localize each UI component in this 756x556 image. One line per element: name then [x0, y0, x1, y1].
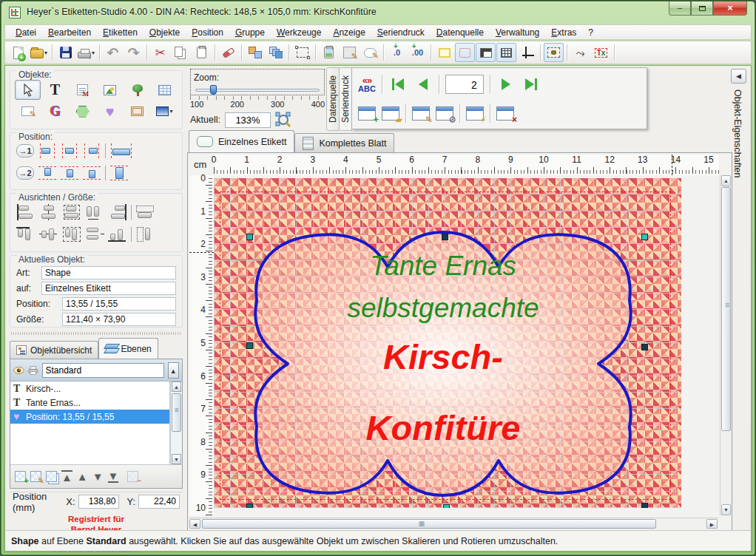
- layer-list-item[interactable]: TTante Ernas...: [10, 396, 169, 410]
- align-bottom-edge-button[interactable]: [83, 166, 101, 180]
- first-record-button[interactable]: [388, 75, 408, 94]
- move-to-bottom-button[interactable]: ▼: [108, 470, 119, 483]
- minimize-button[interactable]: –: [669, 1, 691, 16]
- tool-frame[interactable]: [124, 101, 150, 121]
- menu-item-objekte[interactable]: Objekte: [144, 26, 186, 39]
- equal-width-button[interactable]: [85, 204, 104, 220]
- new-datasource-button[interactable]: +: [358, 106, 376, 121]
- decimal-precision-1-button[interactable]: .0: [387, 43, 407, 62]
- close-button[interactable]: ×: [713, 1, 747, 16]
- expand-properties-button[interactable]: ◀: [731, 69, 746, 84]
- layer-name-input[interactable]: [42, 363, 164, 378]
- tool-polygon[interactable]: [70, 101, 95, 121]
- selection-handle-top-right[interactable]: [641, 234, 648, 240]
- selection-handle-bottom-left[interactable]: [246, 504, 253, 508]
- zoom-value-field[interactable]: 133%: [225, 112, 271, 128]
- tab-objektuebersicht[interactable]: Objektübersicht: [10, 341, 98, 359]
- move-up-button[interactable]: ▲: [77, 471, 88, 482]
- new-document-button[interactable]: +: [8, 43, 28, 62]
- align-top-edge-button[interactable]: [38, 166, 56, 180]
- menu-item-?[interactable]: ?: [582, 26, 599, 39]
- tool-image[interactable]: [97, 80, 123, 100]
- datasource-settings-button[interactable]: ⚙: [436, 106, 453, 121]
- align-objects-left-button[interactable]: [16, 204, 36, 220]
- align-objects-center-h-button[interactable]: [39, 204, 58, 220]
- scroll-thumb[interactable]: [172, 393, 181, 432]
- tool-wordart[interactable]: G: [42, 101, 68, 121]
- equal-spacing-button[interactable]: [85, 226, 104, 243]
- art-value[interactable]: Shape: [41, 266, 176, 279]
- edit-properties-button[interactable]: [340, 43, 360, 62]
- selection-handle-top-center[interactable]: [442, 234, 448, 240]
- tool-select[interactable]: [15, 80, 41, 100]
- stretch-v-button[interactable]: [110, 166, 128, 180]
- redo-button[interactable]: ↷: [124, 43, 144, 62]
- align-objects-middle-button[interactable]: [39, 226, 58, 243]
- layer-visible-icon[interactable]: [13, 365, 24, 376]
- copy-button[interactable]: [171, 43, 191, 62]
- undo-button[interactable]: ↶: [103, 43, 123, 62]
- scroll-right-arrow[interactable]: ▶: [706, 519, 718, 529]
- scroll-up-icon[interactable]: ▲: [172, 382, 181, 392]
- tool-clipart[interactable]: [124, 80, 150, 100]
- distribute-v-button[interactable]: [62, 226, 81, 243]
- groesse-value[interactable]: 121,40 × 73,90: [62, 313, 176, 326]
- tab-datenquelle[interactable]: Datenquelle: [326, 67, 340, 131]
- fit-height-button[interactable]: [135, 226, 155, 243]
- zoom-fit-icon[interactable]: [275, 112, 291, 128]
- move-to-top-button[interactable]: ▲: [61, 470, 72, 483]
- label-text-line1[interactable]: Tante Ernas: [249, 251, 637, 282]
- align-objects-right-button[interactable]: [108, 204, 127, 220]
- align-left-edge-button[interactable]: [38, 143, 56, 158]
- tool-table[interactable]: [152, 80, 178, 100]
- tab-einzelnes-etikett[interactable]: Einzelnes Etikett: [189, 130, 294, 152]
- paste-button[interactable]: [192, 43, 212, 62]
- layer-print-icon[interactable]: [28, 365, 38, 376]
- label-text-line3[interactable]: Kirsch-: [249, 336, 637, 377]
- arrange-forward-button[interactable]: [266, 43, 286, 62]
- menu-item-extras[interactable]: Extras: [545, 26, 582, 39]
- fit-width-button[interactable]: [135, 204, 155, 220]
- curve-tool-button[interactable]: ⤳: [570, 43, 590, 62]
- background-color-button[interactable]: [434, 43, 454, 62]
- menu-item-datenquelle[interactable]: Datenquelle: [431, 26, 490, 39]
- menu-item-verwaltung[interactable]: Verwaltung: [490, 26, 545, 39]
- edit-note-button[interactable]: [360, 43, 380, 62]
- maximize-button[interactable]: [691, 1, 713, 16]
- save-button[interactable]: [55, 43, 75, 62]
- y-value-field[interactable]: 22,40: [138, 495, 180, 509]
- image-snap-frame-button[interactable]: [544, 43, 564, 62]
- decimal-precision-2-button[interactable]: .00: [408, 43, 428, 62]
- label-text-line2[interactable]: selbstgemachte: [249, 293, 637, 324]
- selection-handle-bottom-right[interactable]: [641, 503, 648, 508]
- layer-list-item[interactable]: ♥Position: 13,55 / 15,55: [10, 410, 169, 424]
- tab-ebenen[interactable]: Ebenen: [98, 338, 158, 359]
- align-objects-top-button[interactable]: [16, 226, 36, 243]
- menu-item-gruppe[interactable]: Gruppe: [229, 26, 271, 39]
- selection-handle-middle-left[interactable]: [246, 342, 253, 349]
- label-border-toggle[interactable]: [455, 43, 475, 62]
- cut-button[interactable]: ✂: [150, 43, 170, 62]
- selection-handle-middle-right[interactable]: [641, 344, 648, 350]
- menu-item-anzeige[interactable]: Anzeige: [327, 26, 371, 39]
- edit-datasource-button[interactable]: ✎: [412, 106, 430, 121]
- arrange-backward-button[interactable]: [245, 43, 265, 62]
- menu-item-etiketten[interactable]: Etiketten: [97, 26, 144, 39]
- align-center-h-button[interactable]: [61, 143, 78, 158]
- menu-item-datei[interactable]: Datei: [10, 26, 42, 39]
- align-middle-v-button[interactable]: [61, 166, 78, 180]
- erase-button[interactable]: [218, 43, 238, 62]
- auf-value[interactable]: Einzelnes Etikett: [41, 282, 176, 295]
- scroll-left-arrow[interactable]: ◀: [189, 519, 200, 529]
- layer-up-button[interactable]: ▲: [168, 362, 180, 379]
- record-preview-icon[interactable]: «»ABC: [358, 75, 376, 93]
- quick-print-button[interactable]: ⚡: [466, 106, 484, 121]
- menu-item-bearbeiten[interactable]: Bearbeiten: [42, 26, 97, 39]
- delete-object-button[interactable]: −: [127, 471, 138, 482]
- horizontal-scrollbar[interactable]: ◀ ▶: [189, 518, 718, 529]
- record-number-field[interactable]: [445, 75, 484, 94]
- tab-seriendruck[interactable]: Seriendruck: [340, 67, 352, 131]
- distribute-h-button[interactable]: [62, 204, 81, 220]
- tool-text[interactable]: T: [42, 80, 68, 100]
- close-datasource-button[interactable]: ×: [496, 106, 514, 121]
